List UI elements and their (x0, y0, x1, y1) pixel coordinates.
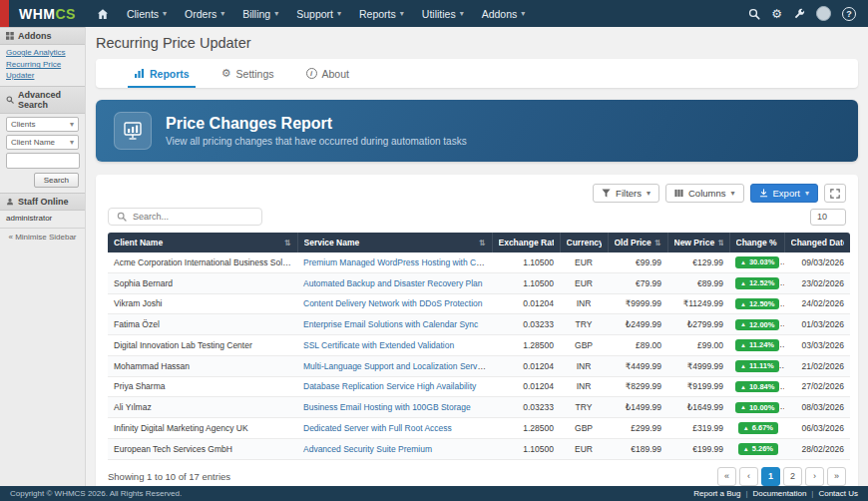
nav-item-billing[interactable]: Billing▾ (233, 0, 287, 27)
change-badge: ▲5.26% (738, 443, 778, 455)
column-header[interactable]: Exchange Rate⇅ (492, 233, 560, 252)
help-icon[interactable]: ? (842, 7, 856, 21)
table-row: Sophia BernardAutomated Backup and Disas… (108, 272, 850, 293)
minimise-sidebar-link[interactable]: « Minimise Sidebar (0, 228, 85, 246)
change-badge: ▲11.11% (735, 360, 779, 372)
currency-cell: INR (560, 355, 608, 376)
footer-link[interactable]: Contact Us (818, 489, 858, 498)
search-icon[interactable] (748, 8, 760, 20)
export-button[interactable]: Export ▾ (750, 184, 818, 203)
service-name-link[interactable]: Advanced Security Suite Premium (303, 444, 432, 454)
search-type-value: Clients (11, 120, 35, 129)
pagination-next[interactable]: › (805, 467, 824, 486)
fullscreen-button[interactable] (824, 184, 846, 203)
exchange-rate-cell: 1.10500 (492, 252, 560, 272)
user-icon (6, 198, 14, 206)
footer-link[interactable]: Documentation (753, 489, 807, 498)
chevron-down-icon: ▾ (805, 189, 809, 198)
nav-item-utilities[interactable]: Utilities▾ (413, 0, 473, 27)
column-header[interactable]: Client Name⇅ (108, 233, 297, 252)
pagination: «‹12›» (717, 467, 846, 486)
old-price-cell: €189.99 (608, 438, 667, 459)
changed-date-cell: 24/02/2026 (784, 293, 850, 314)
nav-item-orders[interactable]: Orders▾ (176, 0, 233, 27)
columns-label: Columns (688, 188, 726, 199)
nav-item-support[interactable]: Support▾ (287, 0, 350, 27)
nav-item-label: Clients (127, 8, 159, 20)
old-price-cell: €99.99 (608, 252, 667, 272)
exchange-rate-cell: 1.10500 (492, 438, 560, 459)
tab-reports-label: Reports (150, 68, 190, 80)
table-body: Acme Corporation International Business … (108, 252, 850, 459)
service-name-link[interactable]: Dedicated Server with Full Root Access (303, 423, 452, 433)
page-size-select[interactable]: 10 ▾ (810, 209, 846, 226)
changed-date-cell: 08/03/2026 (784, 397, 850, 418)
bar-chart-icon (134, 68, 145, 79)
service-name-link[interactable]: Premium Managed WordPress Hosting with C… (303, 257, 492, 267)
advanced-search-input[interactable] (6, 153, 80, 169)
advanced-search-form: Clients▾ Client Name▾ Search (0, 114, 85, 193)
tab-about[interactable]: i About (294, 59, 361, 88)
wrench-icon[interactable] (793, 8, 805, 20)
changed-date-cell: 21/02/2026 (784, 355, 850, 376)
exchange-rate-cell: 0.03233 (492, 397, 560, 418)
currency-cell: EUR (560, 438, 608, 459)
whmcs-logo[interactable]: WHMCS (9, 6, 88, 22)
search-type-select[interactable]: Clients▾ (6, 117, 79, 132)
service-name-link[interactable]: Business Email Hosting with 100GB Storag… (303, 402, 471, 412)
pagination-prev[interactable]: ‹ (739, 467, 758, 486)
sidebar-addon-link[interactable]: Recurring Price Updater (6, 60, 79, 81)
cogs-icon[interactable]: ⚙ (771, 8, 782, 20)
pagination-page-1[interactable]: 1 (761, 467, 780, 486)
currency-cell: INR (560, 293, 608, 314)
filters-button[interactable]: Filters ▾ (593, 184, 659, 203)
service-name-link[interactable]: Enterprise Email Solutions with Calendar… (303, 319, 478, 329)
column-header[interactable]: Service Name⇅ (297, 233, 492, 252)
column-header[interactable]: Change %⇅ (729, 233, 784, 252)
currency-cell: TRY (560, 314, 608, 335)
search-icon (117, 212, 127, 222)
bottom-links: Report a Bug|Documentation|Contact Us (693, 489, 858, 498)
report-table-card: Filters ▾ Columns ▾ Export ▾ (96, 175, 858, 486)
service-name-link[interactable]: Automated Backup and Disaster Recovery P… (303, 278, 483, 288)
table-search-input[interactable] (133, 212, 242, 222)
column-header[interactable]: New Price⇅ (667, 233, 729, 252)
footer-link-separator: | (811, 489, 813, 498)
search-field-select[interactable]: Client Name▾ (6, 135, 79, 150)
service-name-link[interactable]: Database Replication Service High Availa… (303, 381, 476, 391)
old-price-cell: €79.99 (608, 272, 667, 293)
column-header[interactable]: Changed Date⇅ (784, 233, 850, 252)
column-header[interactable]: Currency⇅ (560, 233, 608, 252)
addons-links: Google AnalyticsRecurring Price Updater (0, 45, 85, 86)
nav-item-addons[interactable]: Addons▾ (473, 0, 535, 27)
pagination-first[interactable]: « (717, 467, 736, 486)
nav-item-reports[interactable]: Reports▾ (350, 0, 413, 27)
change-cell: ▲11.24% (729, 335, 784, 356)
table-search-box[interactable] (108, 208, 262, 226)
user-avatar[interactable] (816, 6, 831, 21)
nav-item-clients[interactable]: Clients▾ (118, 0, 176, 27)
currency-cell: EUR (560, 252, 608, 272)
new-price-cell: €89.99 (667, 272, 729, 293)
tab-reports[interactable]: Reports (122, 59, 202, 88)
advanced-search-button[interactable]: Search (34, 173, 79, 188)
change-badge: ▲12.50% (735, 298, 779, 310)
puzzle-icon (6, 32, 14, 40)
column-header[interactable]: Old Price⇅ (608, 233, 667, 252)
exchange-rate-cell: 0.01204 (492, 293, 560, 314)
arrow-up-icon: ▲ (740, 384, 746, 390)
chevron-down-icon: ▾ (400, 9, 404, 18)
sidebar-addon-link[interactable]: Google Analytics (6, 48, 79, 58)
sidebar-addons-header: Addons (0, 27, 85, 45)
service-name-link[interactable]: SSL Certificate with Extended Validation (303, 340, 454, 350)
service-name-link[interactable]: Content Delivery Network with DDoS Prote… (303, 298, 483, 308)
service-name-link[interactable]: Multi-Language Support and Localization … (303, 361, 492, 371)
column-header-label: Service Name (304, 238, 360, 248)
columns-button[interactable]: Columns ▾ (665, 184, 744, 203)
pagination-page-2[interactable]: 2 (783, 467, 802, 486)
footer-link[interactable]: Report a Bug (693, 489, 740, 498)
home-icon[interactable] (88, 0, 118, 27)
table-row: Infinity Digital Marketing Agency UKDedi… (108, 418, 850, 439)
pagination-last[interactable]: » (827, 467, 846, 486)
tab-settings[interactable]: ⚙ Settings (210, 59, 286, 88)
